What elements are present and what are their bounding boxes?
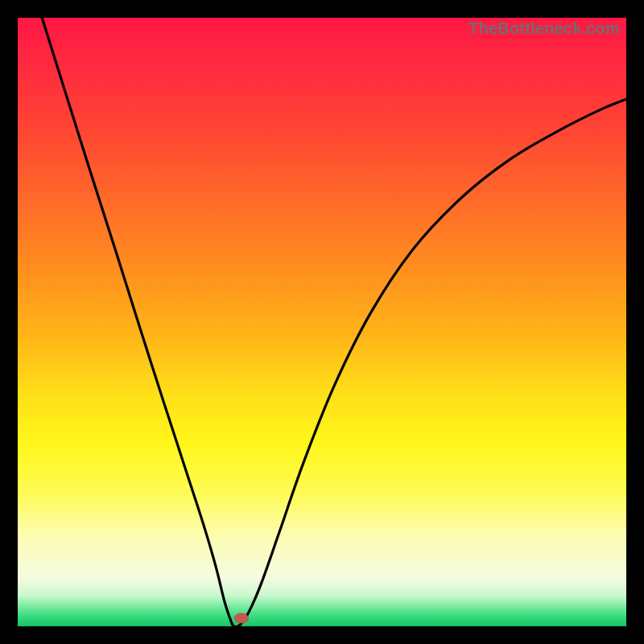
min-point-marker (234, 613, 249, 624)
plot-area: TheBottleneck.com (18, 18, 626, 626)
bottleneck-curve (18, 18, 626, 626)
chart-frame: TheBottleneck.com (0, 0, 644, 644)
watermark-label: TheBottleneck.com (469, 19, 620, 38)
